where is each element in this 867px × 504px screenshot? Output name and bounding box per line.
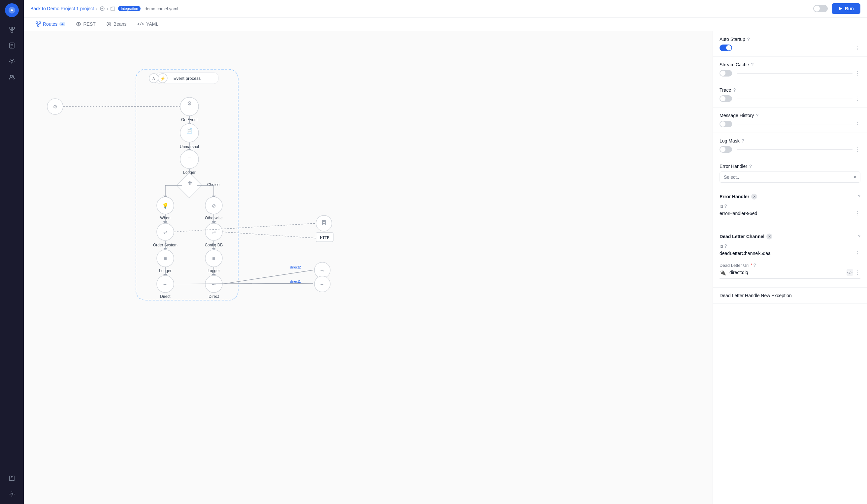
connector-direct1-ext [174, 283, 313, 284]
message-history-section: Message History ? ⋮ [713, 108, 867, 133]
toggle-knob [814, 6, 820, 12]
run-button[interactable]: Run [832, 3, 860, 14]
dead-letter-id-label: Id ? [719, 244, 860, 249]
logo-icon [8, 6, 16, 14]
svg-rect-15 [36, 22, 38, 23]
dead-letter-uri-label: Dead Letter Uri * ? [719, 262, 860, 268]
log-mask-knob [720, 147, 726, 152]
auto-startup-help-icon[interactable]: ? [747, 36, 750, 42]
error-handler-select[interactable]: Select... ▾ [719, 172, 860, 183]
error-handler-title-row: Error Handler ✕ ? [719, 194, 860, 200]
message-history-label: Message History ? [719, 113, 759, 118]
svg-text:⚙: ⚙ [187, 100, 192, 106]
auto-startup-more[interactable]: ⋮ [855, 45, 860, 51]
dead-letter-uri-field: Dead Letter Uri * ? 🔌 direct:dlq </> ⋮ [719, 262, 860, 279]
error-handler-help-icon[interactable]: ? [749, 164, 752, 169]
run-icon [838, 6, 843, 11]
log-mask-control: ⋮ [719, 146, 860, 153]
trace-toggle[interactable] [719, 95, 732, 102]
error-handler-select-value: Select... [724, 174, 741, 180]
svg-point-25 [107, 22, 111, 26]
select-chevron-icon: ▾ [854, 174, 856, 180]
log-mask-toggle[interactable] [719, 146, 732, 153]
svg-text:≡: ≡ [164, 256, 167, 261]
sidebar-item-pages[interactable] [5, 39, 19, 52]
sidebar-item-settings[interactable] [5, 55, 19, 68]
svg-point-20 [78, 23, 79, 25]
flow-diagram: Event process A ⚡ ⚙ ⚙ On Event [24, 31, 337, 315]
trace-section: Trace ? ⋮ [713, 82, 867, 108]
breadcrumb-separator-2: › [107, 6, 108, 11]
stream-cache-row: Stream Cache ? [719, 62, 860, 67]
stream-cache-help-icon[interactable]: ? [751, 62, 753, 67]
event-process-label: Event process [173, 76, 201, 81]
dead-letter-id-field: Id ? deadLetterChannel-5daa ⋮ [719, 244, 860, 259]
auto-startup-knob [726, 45, 731, 51]
auto-startup-control: ⋮ [719, 44, 860, 51]
trace-help-icon[interactable]: ? [733, 87, 736, 93]
svg-text:Direct: Direct [160, 294, 171, 299]
tab-beans[interactable]: Beans [101, 18, 132, 31]
canvas-area: Event process A ⚡ ⚙ ⚙ On Event [24, 31, 867, 504]
filename-label: demo.camel.yaml [144, 6, 178, 11]
svg-text:🗄: 🗄 [321, 220, 327, 226]
direct2-connector-label: direct2 [290, 265, 301, 269]
dead-letter-id-more[interactable]: ⋮ [855, 250, 860, 256]
sidebar-item-book[interactable] [5, 472, 19, 485]
auto-startup-label: Auto Startup ? [719, 36, 750, 42]
svg-text:⊸: ⊸ [320, 282, 324, 287]
trace-knob [720, 96, 726, 101]
app-logo[interactable] [5, 3, 19, 17]
error-handler-detail-help-icon[interactable]: ? [858, 194, 860, 199]
users-icon [9, 74, 15, 81]
log-mask-help-icon[interactable]: ? [742, 138, 744, 143]
svg-text:⇌: ⇌ [163, 229, 168, 235]
svg-point-10 [10, 75, 12, 77]
error-handler-id-label: Id ? [719, 204, 860, 209]
sidebar-item-config[interactable] [5, 487, 19, 501]
stream-cache-more[interactable]: ⋮ [855, 70, 860, 76]
tab-rest[interactable]: REST [71, 18, 100, 31]
message-history-help-icon[interactable]: ? [756, 113, 759, 118]
main-content: Back to Demo Project 1 project › › Integ… [24, 0, 867, 504]
svg-text:⊘: ⊘ [212, 203, 216, 208]
svg-text:Direct: Direct [208, 294, 219, 299]
beans-tab-icon [106, 21, 111, 27]
trace-row: Trace ? [719, 87, 860, 93]
log-mask-more[interactable]: ⋮ [855, 147, 860, 153]
dead-letter-uri-help-icon[interactable]: ? [753, 262, 756, 268]
dead-letter-id-help-icon[interactable]: ? [725, 244, 727, 249]
flow-canvas[interactable]: Event process A ⚡ ⚙ ⚙ On Event [24, 31, 713, 504]
integration-badge: Integration [118, 6, 140, 11]
on-event-node[interactable] [180, 97, 199, 116]
dead-letter-uri-more[interactable]: ⋮ [855, 269, 860, 276]
sidebar-item-users[interactable] [5, 71, 19, 84]
rest-tab-icon [76, 21, 81, 27]
yaml-tab-label: YAML [146, 21, 158, 27]
error-handler-id-more[interactable]: ⋮ [855, 210, 860, 216]
message-history-more[interactable]: ⋮ [855, 121, 860, 127]
log-mask-label: Log Mask ? [719, 138, 744, 143]
svg-text:⊸: ⊸ [320, 268, 324, 273]
message-history-toggle[interactable] [719, 121, 732, 127]
error-handler-id-help-icon[interactable]: ? [725, 204, 727, 209]
tab-yaml[interactable]: </> YAML [132, 18, 164, 31]
svg-text:✚: ✚ [188, 180, 192, 186]
trace-more[interactable]: ⋮ [855, 96, 860, 102]
back-link[interactable]: Back to Demo Project 1 project [30, 6, 94, 11]
auto-startup-toggle[interactable] [719, 44, 732, 51]
svg-text:HTTP: HTTP [320, 236, 330, 239]
folder-icon [110, 6, 116, 11]
settings-icon [9, 58, 15, 65]
stream-cache-toggle[interactable] [719, 70, 732, 76]
tab-routes[interactable]: Routes 4 [30, 18, 71, 31]
error-handler-close-btn[interactable]: ✕ [751, 194, 757, 200]
active-toggle[interactable] [813, 5, 828, 12]
svg-text:📄: 📄 [186, 127, 193, 133]
dead-letter-help-icon[interactable]: ? [858, 234, 860, 239]
sidebar-item-routes[interactable] [5, 23, 19, 36]
dead-letter-title: Dead Letter Channel [719, 234, 764, 239]
svg-text:Choice: Choice [207, 182, 220, 187]
dead-letter-close-btn[interactable]: ✕ [767, 234, 772, 239]
uri-code-icon[interactable]: </> [847, 269, 853, 276]
